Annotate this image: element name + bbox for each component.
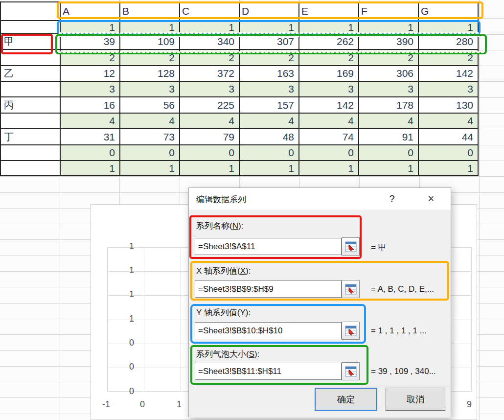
cell[interactable]: 2: [180, 50, 240, 66]
cell[interactable]: 0: [299, 145, 359, 161]
cell[interactable]: [1, 2, 61, 21]
cell[interactable]: 1: [359, 21, 419, 34]
range-selector-icon[interactable]: [342, 362, 360, 380]
cell[interactable]: 4: [359, 114, 419, 129]
cell[interactable]: 3: [419, 82, 479, 97]
cell[interactable]: 1: [120, 21, 180, 34]
cell[interactable]: 1: [359, 161, 419, 176]
cell[interactable]: 79: [180, 129, 240, 145]
cell[interactable]: 128: [120, 66, 180, 82]
cell[interactable]: 2: [120, 50, 180, 66]
cell[interactable]: 2: [61, 50, 120, 66]
y-values-input[interactable]: [195, 322, 342, 339]
cell[interactable]: 1: [180, 21, 240, 34]
cell[interactable]: 3: [359, 82, 419, 97]
cell[interactable]: 0: [180, 145, 240, 161]
cell[interactable]: 2: [359, 50, 419, 66]
cell[interactable]: 1: [419, 161, 479, 176]
cell[interactable]: 39: [61, 34, 120, 50]
x-values-input[interactable]: [195, 280, 342, 298]
cell[interactable]: 0: [359, 145, 419, 161]
cell[interactable]: 1: [299, 161, 359, 176]
cell[interactable]: 0: [61, 145, 120, 161]
cell[interactable]: 91: [359, 129, 419, 145]
cell[interactable]: 3: [240, 82, 299, 97]
cell[interactable]: 4: [299, 114, 359, 129]
close-icon[interactable]: ×: [423, 191, 439, 207]
cell[interactable]: 16: [61, 97, 120, 114]
cell[interactable]: 262: [299, 34, 359, 50]
cell[interactable]: G: [419, 2, 479, 21]
ok-button[interactable]: 确定: [315, 388, 377, 411]
series-name-input[interactable]: [195, 238, 342, 255]
cell[interactable]: 1: [240, 161, 299, 176]
cell[interactable]: 31: [61, 129, 120, 145]
cell[interactable]: 225: [180, 97, 240, 114]
range-selector-icon[interactable]: [342, 237, 360, 256]
cell[interactable]: [1, 161, 61, 176]
cell[interactable]: 12: [61, 66, 120, 82]
range-selector-icon[interactable]: [342, 322, 360, 340]
cell[interactable]: 0: [240, 145, 299, 161]
cell[interactable]: 2: [419, 50, 479, 66]
cell[interactable]: 2: [240, 50, 299, 66]
cell[interactable]: 178: [359, 97, 419, 114]
cell[interactable]: B: [120, 2, 180, 21]
cell[interactable]: 1: [299, 21, 359, 34]
cell[interactable]: 1: [120, 161, 180, 176]
help-icon[interactable]: ?: [384, 191, 400, 207]
range-selector-icon[interactable]: [342, 280, 360, 298]
cell[interactable]: 2: [299, 50, 359, 66]
cell[interactable]: 3: [180, 82, 240, 97]
cell[interactable]: [1, 50, 61, 66]
cell[interactable]: 130: [419, 97, 479, 114]
cell[interactable]: 3: [299, 82, 359, 97]
cell[interactable]: F: [359, 2, 419, 21]
cell[interactable]: 乙: [1, 66, 61, 82]
cell[interactable]: 157: [240, 97, 299, 114]
cell[interactable]: 3: [61, 82, 120, 97]
cell[interactable]: 4: [240, 114, 299, 129]
cell[interactable]: 甲: [1, 34, 61, 50]
cell[interactable]: 1: [61, 161, 120, 176]
cell[interactable]: 280: [419, 34, 479, 50]
cell[interactable]: 56: [120, 97, 180, 114]
cell[interactable]: 1: [180, 161, 240, 176]
cell[interactable]: 73: [120, 129, 180, 145]
cell[interactable]: 丙: [1, 97, 61, 114]
cell[interactable]: [1, 21, 61, 34]
cell[interactable]: 4: [120, 114, 180, 129]
cell[interactable]: 4: [61, 114, 120, 129]
cell[interactable]: 340: [180, 34, 240, 50]
cell[interactable]: 44: [419, 129, 479, 145]
cell[interactable]: 306: [359, 66, 419, 82]
cell[interactable]: 390: [359, 34, 419, 50]
cell[interactable]: 372: [180, 66, 240, 82]
cell[interactable]: 4: [419, 114, 479, 129]
cell[interactable]: [1, 145, 61, 161]
cell[interactable]: 4: [180, 114, 240, 129]
cell[interactable]: E: [299, 2, 359, 21]
cell[interactable]: 163: [240, 66, 299, 82]
cell[interactable]: 0: [120, 145, 180, 161]
cell[interactable]: 307: [240, 34, 299, 50]
cell[interactable]: 0: [419, 145, 479, 161]
cell[interactable]: A: [61, 2, 120, 21]
bubble-size-input[interactable]: [195, 363, 342, 380]
cell[interactable]: 48: [240, 129, 299, 145]
cell[interactable]: 142: [419, 66, 479, 82]
cancel-button[interactable]: 取消: [386, 388, 445, 411]
cell[interactable]: D: [240, 2, 299, 21]
cell[interactable]: C: [180, 2, 240, 21]
cell[interactable]: [1, 114, 61, 129]
cell[interactable]: 1: [240, 21, 299, 34]
cell[interactable]: 丁: [1, 129, 61, 145]
cell[interactable]: 74: [299, 129, 359, 145]
cell[interactable]: 1: [419, 21, 479, 34]
cell[interactable]: 142: [299, 97, 359, 114]
cell[interactable]: 109: [120, 34, 180, 50]
cell[interactable]: 1: [61, 21, 120, 34]
cell[interactable]: 3: [120, 82, 180, 97]
cell[interactable]: 169: [299, 66, 359, 82]
cell[interactable]: [1, 82, 61, 97]
